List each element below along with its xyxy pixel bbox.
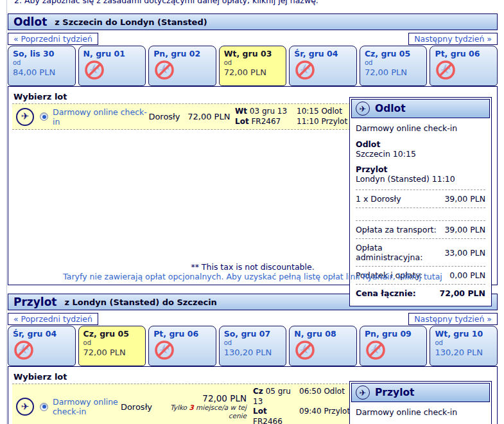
- day-cell: Pn, gru 02: [148, 46, 216, 86]
- radio-dot: [42, 115, 46, 119]
- day-cell[interactable]: So, lis 30 od 84,00 PLN: [8, 46, 76, 86]
- instruction-note: 2. Aby zapoznać się z zasadami dotyczący…: [8, 0, 498, 5]
- passenger-type: Dorosły: [148, 112, 187, 121]
- checkin-link[interactable]: Darmowy online check-in: [53, 397, 121, 416]
- inbound-route: z Londyn (Stansted) do Szczecin: [64, 297, 216, 307]
- outbound-day-row: So, lis 30 od 84,00 PLN N, gru 01 Pn, gr…: [8, 46, 498, 86]
- pax-row: 1 x Dorosły 39,00 PLN: [356, 193, 485, 204]
- day-label: Cz, gru 05: [365, 49, 422, 58]
- page-left-border: [6, 0, 7, 424]
- radio-dot: [42, 405, 46, 409]
- summary-checkin: Darmowy online check-in: [356, 123, 485, 133]
- inbound-week-nav: « Poprzedni tydzień Następny tydzień »: [8, 313, 498, 325]
- fee-row: Opłata za transport: 39,00 PLN: [356, 224, 485, 235]
- divider: [356, 208, 485, 208]
- day-label: So, lis 30: [13, 49, 71, 58]
- choose-flight-label: Wybierz lot: [13, 372, 497, 382]
- day-cell: Śr, gru 04: [289, 46, 357, 86]
- outbound-flight-row[interactable]: ✈ Darmowy online check-in Dorosły 72,00 …: [12, 103, 357, 130]
- summary-checkin: Darmowy online check-in: [356, 407, 485, 417]
- summary-title: Odlot: [375, 103, 406, 114]
- day-label: Wt, gru 03: [224, 49, 282, 58]
- day-cell[interactable]: Cz, gru 05 od 72,00 PLN: [360, 46, 428, 86]
- divider: [356, 238, 485, 239]
- depart-time: 10:15 Odlot: [297, 107, 353, 117]
- no-flight-icon: [365, 339, 387, 361]
- summary-header: ✈ Odlot: [351, 99, 490, 118]
- day-price: 72,00 PLN: [365, 67, 422, 77]
- flight-date: Cz 05 gru 13: [253, 387, 297, 407]
- divider: [356, 190, 485, 190]
- flight-price: 72,00 PLN: [160, 393, 247, 403]
- arrive-value: Londyn (Stansted) 11:10: [356, 174, 485, 184]
- depart-value: Szczecin 10:15: [356, 149, 485, 159]
- day-cell[interactable]: Wt, gru 10 od 130,20 PLN: [430, 326, 498, 366]
- flight-times: Cz 05 gru 13 06:50 Odlot Lot FR2466 09:4…: [253, 387, 353, 424]
- flight-date: Wt 03 gru 13: [235, 107, 294, 117]
- from-label: od: [435, 339, 492, 347]
- inbound-day-row: Śr, gru 04 Cz, gru 05 od 72,00 PLN Pt, g…: [8, 326, 498, 366]
- day-cell: Śr, gru 04: [8, 326, 76, 366]
- no-flight-icon: [13, 339, 35, 361]
- section-notes: ** This tax is not discountable. Taryfy …: [8, 262, 497, 282]
- page-content: 2. Aby zapoznać się z zasadami dotyczący…: [8, 0, 498, 424]
- prev-week-button[interactable]: « Poprzedni tydzień: [8, 313, 98, 325]
- flight-price: 72,00 PLN: [187, 112, 235, 121]
- day-cell: Pn, gru 09: [360, 326, 428, 366]
- price-block: 72,00 PLN Tylko 3 miejsce/a w tej cenie: [160, 393, 253, 421]
- no-flight-icon: [294, 339, 316, 361]
- flight-radio[interactable]: [40, 403, 48, 411]
- checkin-link[interactable]: Darmowy online check-in: [53, 107, 148, 127]
- day-cell: Pt, gru 06: [430, 46, 498, 86]
- summary-body: Darmowy online check-in Odlot: [351, 402, 490, 424]
- airplane-icon: ✈: [356, 385, 370, 400]
- spacer: [356, 211, 485, 217]
- fee-row: Opłata administracyjna: 33,00 PLN: [356, 242, 485, 263]
- day-cell: N, gru 08: [289, 326, 357, 366]
- from-label: od: [13, 59, 71, 67]
- depart-label: Odlot: [356, 139, 485, 149]
- day-price: 130,20 PLN: [224, 348, 282, 357]
- outbound-title: Odlot: [13, 15, 47, 28]
- day-cell: N, gru 01: [78, 46, 146, 86]
- no-flight-icon: [435, 59, 456, 81]
- outbound-section-header: Odlot z Szczecin do Londyn (Stansted): [8, 13, 498, 30]
- arrive-time: 11:10 Przylot: [297, 117, 353, 127]
- from-label: od: [365, 59, 422, 67]
- prev-week-button[interactable]: « Poprzedni tydzień: [8, 33, 98, 45]
- next-week-button[interactable]: Następny tydzień »: [408, 33, 498, 45]
- day-price: 84,00 PLN: [13, 67, 71, 77]
- next-week-button[interactable]: Następny tydzień »: [408, 313, 498, 325]
- divider: [356, 284, 485, 285]
- outbound-week-nav: « Poprzedni tydzień Następny tydzień »: [8, 33, 498, 45]
- from-label: od: [224, 59, 282, 67]
- arrive-time: 09:40 Przylot: [299, 407, 353, 417]
- summary-title: Przylot: [375, 387, 415, 398]
- tax-note: ** This tax is not discountable.: [8, 262, 497, 272]
- airplane-icon: ✈: [16, 398, 34, 416]
- day-label: Śr, gru 04: [294, 49, 352, 58]
- arrive-label: Przylot: [356, 164, 485, 174]
- no-flight-icon: [153, 339, 175, 361]
- outbound-route: z Szczecin do Londyn (Stansted): [55, 17, 207, 27]
- day-cell: Pt, gru 06: [148, 326, 216, 366]
- flight-selection-page: 2. Aby zapoznać się z zasadami dotyczący…: [0, 0, 504, 424]
- flight-times: Wt 03 gru 13 10:15 Odlot Lot FR2467 11:1…: [235, 107, 353, 127]
- day-cell-selected[interactable]: Wt, gru 03 od 72,00 PLN: [219, 46, 287, 86]
- no-flight-icon: [294, 59, 316, 81]
- fees-note-link[interactable]: Taryfy nie zawierają opłat opcjonalnych.…: [8, 272, 497, 282]
- inbound-summary-panel: ✈ Przylot Darmowy online check-in Odlot: [349, 381, 492, 424]
- day-label: Pn, gru 02: [153, 49, 211, 58]
- inbound-flight-row[interactable]: ✈ Darmowy online check-in Dorosły 72,00 …: [12, 384, 357, 424]
- day-label: Wt, gru 10: [435, 329, 492, 339]
- day-label: N, gru 01: [83, 49, 141, 58]
- day-label: Pt, gru 06: [153, 329, 211, 339]
- day-price: 72,00 PLN: [224, 67, 282, 77]
- flight-radio[interactable]: [40, 112, 48, 121]
- airplane-icon: ✈: [16, 108, 34, 126]
- day-price: 72,00 PLN: [83, 348, 141, 357]
- day-cell[interactable]: So, gru 07 od 130,20 PLN: [219, 326, 287, 366]
- day-cell-selected[interactable]: Cz, gru 05 od 72,00 PLN: [78, 326, 146, 366]
- from-label: od: [83, 339, 141, 347]
- no-flight-icon: [83, 59, 105, 81]
